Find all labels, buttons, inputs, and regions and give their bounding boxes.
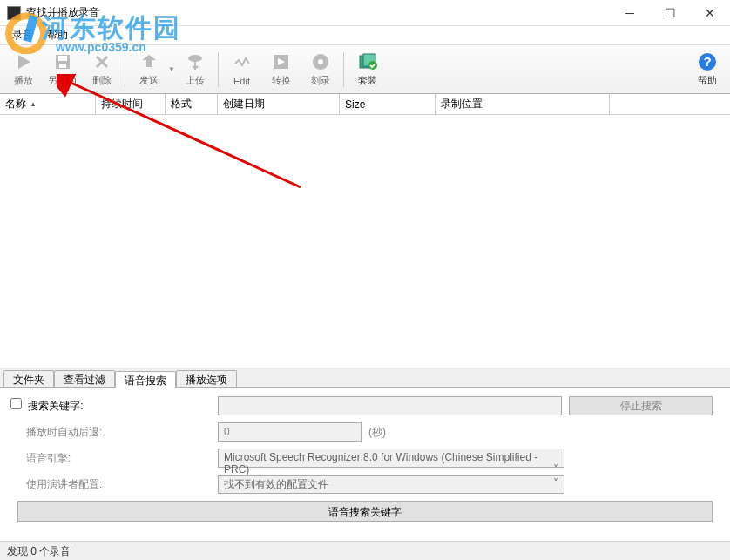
column-size[interactable]: Size [340, 94, 436, 114]
recordings-list[interactable] [0, 115, 730, 368]
svg-text:?: ? [703, 54, 711, 69]
column-location[interactable]: 录制位置 [436, 94, 610, 114]
send-dropdown[interactable]: ▼ [168, 47, 175, 92]
stop-search-button[interactable]: 停止搜索 [569, 396, 713, 415]
chevron-down-icon: ˅ [553, 477, 558, 489]
svg-rect-3 [59, 64, 66, 68]
column-name[interactable]: 名称▲ [0, 94, 96, 114]
save-as-button[interactable]: 另存为 [43, 47, 82, 92]
column-duration[interactable]: 持续时间 [96, 94, 166, 114]
menu-help[interactable]: 帮助 [40, 26, 75, 44]
suite-icon [357, 51, 378, 72]
tab-view-filter[interactable]: 查看过滤 [54, 370, 115, 387]
title-bar: 查找并播放录音 ─ ☐ ✕ [0, 0, 730, 26]
engine-select[interactable]: Microsoft Speech Recognizer 8.0 for Wind… [218, 449, 564, 468]
tab-bar: 文件夹 查看过滤 语音搜索 播放选项 [0, 368, 730, 388]
keyword-checkbox[interactable] [10, 398, 22, 409]
keyword-label[interactable]: 搜索关键字: [10, 398, 211, 414]
column-format[interactable]: 格式 [166, 94, 218, 114]
status-text: 发现 0 个录音 [7, 545, 71, 557]
convert-icon [271, 51, 292, 72]
edit-icon [232, 53, 253, 74]
play-icon [13, 51, 34, 72]
svg-rect-2 [58, 56, 67, 61]
speaker-select[interactable]: 找不到有效的配置文件˅ [218, 475, 564, 494]
suite-button[interactable]: 套装 [348, 47, 387, 92]
tab-voice-search[interactable]: 语音搜索 [115, 371, 176, 388]
edit-button[interactable]: Edit [222, 47, 261, 92]
voice-search-panel: 搜索关键字: 停止搜索 播放时自动后退: (秒) 语音引擎: Microsoft… [0, 388, 730, 530]
tab-folder[interactable]: 文件夹 [3, 370, 54, 387]
convert-button[interactable]: 转换 [261, 47, 301, 92]
chevron-down-icon: ˅ [553, 463, 558, 476]
tab-play-options[interactable]: 播放选项 [176, 370, 237, 387]
seconds-suffix: (秒) [368, 425, 386, 440]
svg-point-8 [318, 59, 323, 64]
app-icon [7, 6, 21, 20]
status-bar: 发现 0 个录音 [0, 541, 730, 560]
toolbar-separator [125, 52, 125, 87]
svg-marker-0 [18, 55, 30, 69]
upload-button[interactable]: 上传 [175, 47, 214, 92]
menu-bar: 录音 帮助 [0, 26, 730, 45]
minimize-button[interactable]: ─ [610, 0, 650, 26]
send-button[interactable]: 发送 [129, 47, 168, 92]
auto-back-input[interactable] [218, 422, 362, 442]
engine-label: 语音引擎: [10, 451, 211, 466]
table-header: 名称▲ 持续时间 格式 创建日期 Size 录制位置 [0, 94, 730, 115]
send-icon [139, 51, 159, 72]
toolbar-separator [218, 52, 219, 87]
delete-button[interactable]: 删除 [82, 47, 121, 92]
help-button[interactable]: ? 帮助 [687, 47, 727, 92]
keyword-input[interactable] [218, 396, 562, 415]
play-button[interactable]: 播放 [3, 47, 43, 92]
sort-asc-icon: ▲ [30, 100, 37, 108]
window-title: 查找并播放录音 [26, 5, 610, 20]
voice-search-button[interactable]: 语音搜索关键字 [17, 501, 713, 522]
toolbar-separator [343, 52, 344, 87]
column-created[interactable]: 创建日期 [218, 94, 340, 114]
maximize-button[interactable]: ☐ [650, 0, 690, 26]
upload-icon [185, 51, 206, 72]
help-icon: ? [697, 51, 718, 72]
save-icon [52, 51, 73, 72]
burn-button[interactable]: 刻录 [301, 47, 340, 92]
burn-icon [310, 51, 331, 72]
delete-icon [91, 51, 112, 72]
auto-back-label: 播放时自动后退: [10, 425, 211, 440]
speaker-label: 使用演讲者配置: [10, 477, 211, 492]
toolbar: 播放 另存为 删除 发送 ▼ 上传 Edit 转换 刻录 套装 ? 帮助 [0, 45, 730, 94]
menu-recording[interactable]: 录音 [5, 26, 40, 44]
close-button[interactable]: ✕ [690, 0, 730, 26]
